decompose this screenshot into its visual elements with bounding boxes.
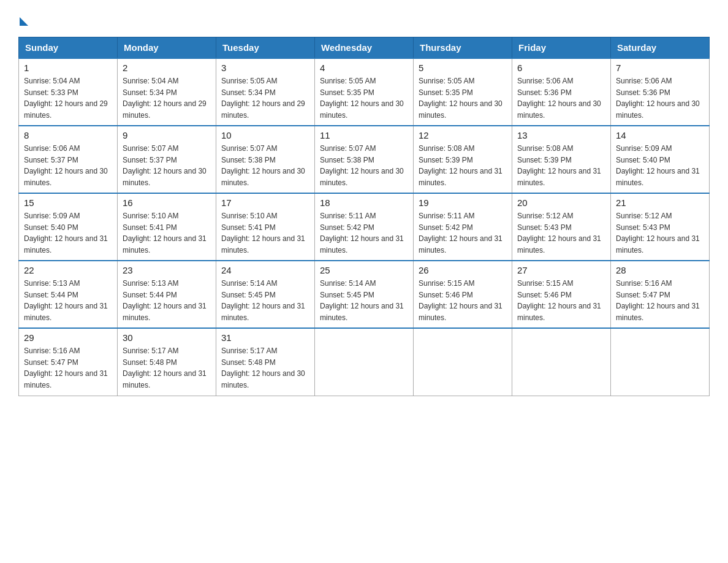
day-number: 6 bbox=[517, 63, 605, 73]
day-number: 22 bbox=[24, 265, 112, 275]
day-number: 28 bbox=[616, 265, 704, 275]
calendar-cell: 1 Sunrise: 5:04 AM Sunset: 5:33 PM Dayli… bbox=[19, 58, 118, 126]
calendar-cell: 27 Sunrise: 5:15 AM Sunset: 5:46 PM Dayl… bbox=[512, 261, 611, 328]
calendar-header: SundayMondayTuesdayWednesdayThursdayFrid… bbox=[19, 37, 710, 59]
calendar-cell: 2 Sunrise: 5:04 AM Sunset: 5:34 PM Dayli… bbox=[118, 58, 216, 126]
day-info: Sunrise: 5:10 AM Sunset: 5:41 PM Dayligh… bbox=[123, 210, 211, 256]
day-info: Sunrise: 5:15 AM Sunset: 5:46 PM Dayligh… bbox=[517, 278, 605, 323]
day-info: Sunrise: 5:07 AM Sunset: 5:38 PM Dayligh… bbox=[221, 143, 309, 188]
day-number: 3 bbox=[221, 63, 309, 73]
day-number: 15 bbox=[24, 197, 112, 208]
calendar-cell bbox=[512, 328, 611, 396]
header-day-monday: Monday bbox=[118, 37, 216, 59]
calendar-cell: 30 Sunrise: 5:17 AM Sunset: 5:48 PM Dayl… bbox=[118, 328, 216, 396]
day-number: 18 bbox=[320, 197, 408, 208]
calendar-cell: 8 Sunrise: 5:06 AM Sunset: 5:37 PM Dayli… bbox=[19, 126, 118, 193]
calendar-cell: 22 Sunrise: 5:13 AM Sunset: 5:44 PM Dayl… bbox=[19, 261, 118, 328]
day-info: Sunrise: 5:08 AM Sunset: 5:39 PM Dayligh… bbox=[419, 143, 507, 188]
day-info: Sunrise: 5:12 AM Sunset: 5:43 PM Dayligh… bbox=[616, 210, 704, 256]
page-header bbox=[18, 12, 710, 25]
day-info: Sunrise: 5:14 AM Sunset: 5:45 PM Dayligh… bbox=[221, 278, 309, 323]
day-number: 31 bbox=[221, 332, 309, 343]
header-day-sunday: Sunday bbox=[19, 37, 118, 59]
day-info: Sunrise: 5:04 AM Sunset: 5:33 PM Dayligh… bbox=[24, 75, 112, 121]
day-info: Sunrise: 5:05 AM Sunset: 5:35 PM Dayligh… bbox=[320, 75, 408, 121]
day-number: 19 bbox=[419, 197, 507, 208]
day-number: 14 bbox=[616, 130, 704, 140]
day-info: Sunrise: 5:12 AM Sunset: 5:43 PM Dayligh… bbox=[517, 210, 605, 256]
day-info: Sunrise: 5:15 AM Sunset: 5:46 PM Dayligh… bbox=[419, 278, 507, 323]
week-row-3: 15 Sunrise: 5:09 AM Sunset: 5:40 PM Dayl… bbox=[19, 193, 710, 261]
day-number: 7 bbox=[616, 63, 704, 73]
calendar-cell: 29 Sunrise: 5:16 AM Sunset: 5:47 PM Dayl… bbox=[19, 328, 118, 396]
day-info: Sunrise: 5:04 AM Sunset: 5:34 PM Dayligh… bbox=[123, 75, 211, 121]
day-number: 26 bbox=[419, 265, 507, 275]
calendar-cell: 23 Sunrise: 5:13 AM Sunset: 5:44 PM Dayl… bbox=[118, 261, 216, 328]
day-number: 13 bbox=[517, 130, 605, 140]
calendar-cell: 14 Sunrise: 5:09 AM Sunset: 5:40 PM Dayl… bbox=[611, 126, 710, 193]
calendar-cell: 9 Sunrise: 5:07 AM Sunset: 5:37 PM Dayli… bbox=[118, 126, 216, 193]
day-number: 2 bbox=[123, 63, 211, 73]
day-info: Sunrise: 5:16 AM Sunset: 5:47 PM Dayligh… bbox=[616, 278, 704, 323]
day-info: Sunrise: 5:07 AM Sunset: 5:38 PM Dayligh… bbox=[320, 143, 408, 188]
calendar-cell: 28 Sunrise: 5:16 AM Sunset: 5:47 PM Dayl… bbox=[611, 261, 710, 328]
header-day-wednesday: Wednesday bbox=[315, 37, 414, 59]
day-number: 8 bbox=[24, 130, 112, 140]
day-info: Sunrise: 5:17 AM Sunset: 5:48 PM Dayligh… bbox=[123, 345, 211, 391]
header-row: SundayMondayTuesdayWednesdayThursdayFrid… bbox=[19, 37, 710, 59]
day-number: 17 bbox=[221, 197, 309, 208]
day-number: 1 bbox=[24, 63, 112, 73]
day-info: Sunrise: 5:08 AM Sunset: 5:39 PM Dayligh… bbox=[517, 143, 605, 188]
calendar-cell: 25 Sunrise: 5:14 AM Sunset: 5:45 PM Dayl… bbox=[315, 261, 414, 328]
day-info: Sunrise: 5:06 AM Sunset: 5:36 PM Dayligh… bbox=[517, 75, 605, 121]
header-day-saturday: Saturday bbox=[611, 37, 710, 59]
day-info: Sunrise: 5:05 AM Sunset: 5:34 PM Dayligh… bbox=[221, 75, 309, 121]
logo bbox=[18, 12, 28, 25]
header-day-thursday: Thursday bbox=[414, 37, 512, 59]
day-number: 21 bbox=[616, 197, 704, 208]
calendar-cell: 6 Sunrise: 5:06 AM Sunset: 5:36 PM Dayli… bbox=[512, 58, 611, 126]
calendar-cell: 16 Sunrise: 5:10 AM Sunset: 5:41 PM Dayl… bbox=[118, 193, 216, 261]
calendar-cell: 17 Sunrise: 5:10 AM Sunset: 5:41 PM Dayl… bbox=[216, 193, 315, 261]
day-info: Sunrise: 5:17 AM Sunset: 5:48 PM Dayligh… bbox=[221, 345, 309, 391]
calendar-cell: 11 Sunrise: 5:07 AM Sunset: 5:38 PM Dayl… bbox=[315, 126, 414, 193]
week-row-2: 8 Sunrise: 5:06 AM Sunset: 5:37 PM Dayli… bbox=[19, 126, 710, 193]
day-info: Sunrise: 5:11 AM Sunset: 5:42 PM Dayligh… bbox=[419, 210, 507, 256]
day-number: 4 bbox=[320, 63, 408, 73]
day-number: 5 bbox=[419, 63, 507, 73]
day-info: Sunrise: 5:10 AM Sunset: 5:41 PM Dayligh… bbox=[221, 210, 309, 256]
day-number: 30 bbox=[123, 332, 211, 343]
calendar-cell: 3 Sunrise: 5:05 AM Sunset: 5:34 PM Dayli… bbox=[216, 58, 315, 126]
day-number: 11 bbox=[320, 130, 408, 140]
day-info: Sunrise: 5:09 AM Sunset: 5:40 PM Dayligh… bbox=[616, 143, 704, 188]
day-info: Sunrise: 5:11 AM Sunset: 5:42 PM Dayligh… bbox=[320, 210, 408, 256]
day-info: Sunrise: 5:06 AM Sunset: 5:37 PM Dayligh… bbox=[24, 143, 112, 188]
day-info: Sunrise: 5:14 AM Sunset: 5:45 PM Dayligh… bbox=[320, 278, 408, 323]
day-number: 29 bbox=[24, 332, 112, 343]
day-info: Sunrise: 5:07 AM Sunset: 5:37 PM Dayligh… bbox=[123, 143, 211, 188]
calendar-cell bbox=[414, 328, 512, 396]
calendar-body: 1 Sunrise: 5:04 AM Sunset: 5:33 PM Dayli… bbox=[19, 58, 710, 396]
calendar-cell: 7 Sunrise: 5:06 AM Sunset: 5:36 PM Dayli… bbox=[611, 58, 710, 126]
calendar-table: SundayMondayTuesdayWednesdayThursdayFrid… bbox=[18, 37, 710, 396]
calendar-cell: 12 Sunrise: 5:08 AM Sunset: 5:39 PM Dayl… bbox=[414, 126, 512, 193]
day-info: Sunrise: 5:16 AM Sunset: 5:47 PM Dayligh… bbox=[24, 345, 112, 391]
header-day-tuesday: Tuesday bbox=[216, 37, 315, 59]
calendar-cell: 5 Sunrise: 5:05 AM Sunset: 5:35 PM Dayli… bbox=[414, 58, 512, 126]
calendar-cell: 24 Sunrise: 5:14 AM Sunset: 5:45 PM Dayl… bbox=[216, 261, 315, 328]
calendar-cell: 21 Sunrise: 5:12 AM Sunset: 5:43 PM Dayl… bbox=[611, 193, 710, 261]
day-number: 20 bbox=[517, 197, 605, 208]
day-number: 23 bbox=[123, 265, 211, 275]
calendar-cell bbox=[611, 328, 710, 396]
day-info: Sunrise: 5:05 AM Sunset: 5:35 PM Dayligh… bbox=[419, 75, 507, 121]
week-row-5: 29 Sunrise: 5:16 AM Sunset: 5:47 PM Dayl… bbox=[19, 328, 710, 396]
day-info: Sunrise: 5:09 AM Sunset: 5:40 PM Dayligh… bbox=[24, 210, 112, 256]
day-number: 9 bbox=[123, 130, 211, 140]
calendar-cell: 26 Sunrise: 5:15 AM Sunset: 5:46 PM Dayl… bbox=[414, 261, 512, 328]
calendar-cell: 18 Sunrise: 5:11 AM Sunset: 5:42 PM Dayl… bbox=[315, 193, 414, 261]
day-number: 16 bbox=[123, 197, 211, 208]
day-info: Sunrise: 5:06 AM Sunset: 5:36 PM Dayligh… bbox=[616, 75, 704, 121]
calendar-cell: 10 Sunrise: 5:07 AM Sunset: 5:38 PM Dayl… bbox=[216, 126, 315, 193]
calendar-cell: 13 Sunrise: 5:08 AM Sunset: 5:39 PM Dayl… bbox=[512, 126, 611, 193]
day-number: 10 bbox=[221, 130, 309, 140]
